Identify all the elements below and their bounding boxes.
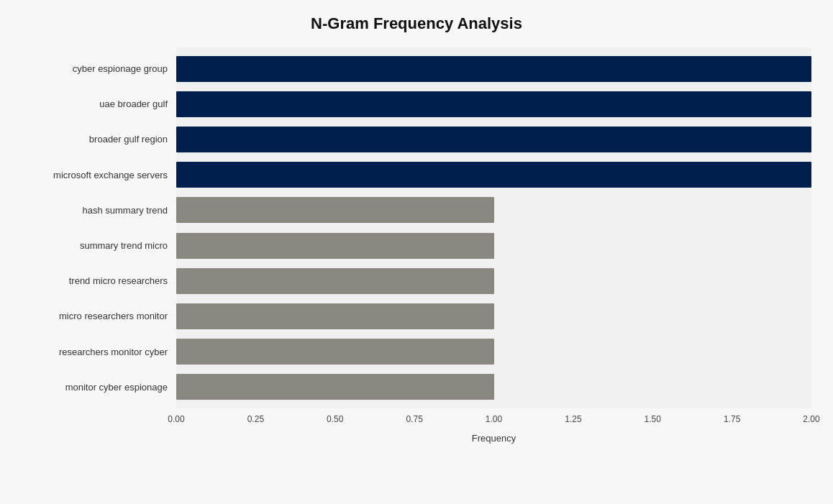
x-tick-label: 0.50 bbox=[327, 414, 343, 424]
bar-label: hash summary trend bbox=[22, 205, 176, 216]
x-tick-label: 0.75 bbox=[406, 414, 422, 424]
bar-row: uae broader gulf bbox=[22, 88, 811, 120]
bar-row: researchers monitor cyber bbox=[22, 336, 811, 367]
bar-track bbox=[176, 197, 811, 223]
x-tick-label: 1.50 bbox=[645, 414, 661, 424]
bar-label: micro researchers monitor bbox=[22, 311, 176, 321]
bar-row: trend micro researchers bbox=[22, 265, 811, 297]
bar-track bbox=[176, 339, 811, 365]
bar-fill bbox=[176, 197, 494, 223]
chart-container: N-Gram Frequency Analysis cyber espionag… bbox=[0, 0, 833, 504]
bar-fill bbox=[176, 303, 494, 329]
bar-label: monitor cyber espionage bbox=[22, 382, 176, 393]
x-axis-title: Frequency bbox=[176, 433, 811, 444]
chart-title: N-Gram Frequency Analysis bbox=[22, 14, 811, 33]
bar-track bbox=[176, 56, 811, 82]
x-tick-label: 2.00 bbox=[803, 414, 819, 424]
bar-track bbox=[176, 268, 811, 294]
x-tick-label: 1.00 bbox=[486, 414, 502, 424]
bar-fill bbox=[176, 268, 494, 294]
bar-fill bbox=[176, 233, 494, 259]
chart-area: cyber espionage groupuae broader gulfbro… bbox=[22, 47, 811, 444]
x-tick-label: 1.75 bbox=[724, 414, 740, 424]
x-tick-label: 1.25 bbox=[565, 414, 581, 424]
bar-label: researchers monitor cyber bbox=[22, 347, 176, 357]
bar-fill bbox=[176, 162, 811, 188]
bar-track bbox=[176, 127, 811, 152]
bar-fill bbox=[176, 91, 811, 117]
bar-row: micro researchers monitor bbox=[22, 301, 811, 332]
bar-label: microsoft exchange servers bbox=[22, 170, 176, 180]
bar-rows: cyber espionage groupuae broader gulfbro… bbox=[22, 47, 811, 430]
bar-track bbox=[176, 233, 811, 259]
x-axis: 0.000.250.500.751.001.251.501.752.00 bbox=[176, 408, 811, 430]
bar-label: cyber espionage group bbox=[22, 63, 176, 74]
bar-track bbox=[176, 374, 811, 400]
bar-label: summary trend micro bbox=[22, 240, 176, 251]
bar-fill bbox=[176, 56, 811, 82]
bar-label: uae broader gulf bbox=[22, 98, 176, 109]
bar-row: broader gulf region bbox=[22, 124, 811, 155]
x-tick-label: 0.25 bbox=[247, 414, 264, 424]
bar-row: cyber espionage group bbox=[22, 53, 811, 85]
plot-area: cyber espionage groupuae broader gulfbro… bbox=[22, 47, 811, 430]
x-tick-label: 0.00 bbox=[168, 414, 184, 424]
bar-row: hash summary trend bbox=[22, 194, 811, 226]
bar-track bbox=[176, 303, 811, 329]
bar-label: trend micro researchers bbox=[22, 275, 176, 286]
bar-row: microsoft exchange servers bbox=[22, 159, 811, 191]
bar-fill bbox=[176, 374, 494, 400]
bar-track bbox=[176, 162, 811, 188]
bar-row: summary trend micro bbox=[22, 230, 811, 262]
bar-fill bbox=[176, 339, 494, 365]
bar-label: broader gulf region bbox=[22, 134, 176, 145]
bar-fill bbox=[176, 127, 811, 152]
bar-track bbox=[176, 91, 811, 117]
bar-row: monitor cyber espionage bbox=[22, 371, 811, 403]
